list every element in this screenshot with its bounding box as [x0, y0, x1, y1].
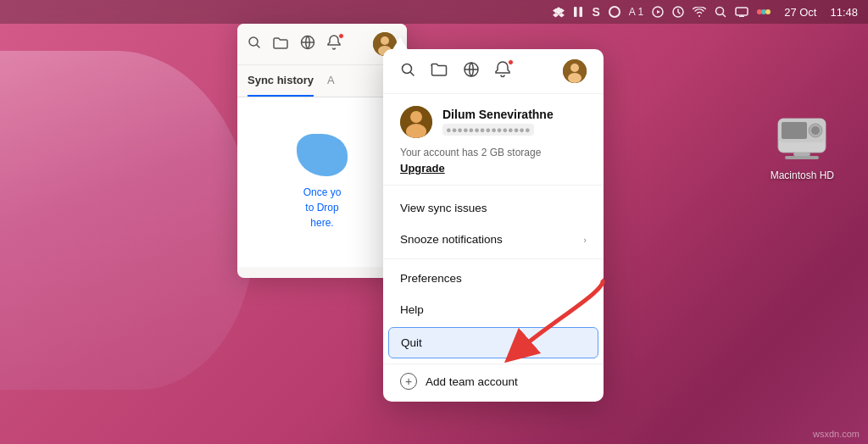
mac-hd[interactable]: Macintosh HD: [771, 110, 834, 181]
mac-hd-icon: [775, 110, 829, 164]
user-info: Dilum Senevirathne ●●●●●●●●●●●●●●●: [442, 108, 587, 136]
svg-point-2: [609, 7, 620, 17]
svg-rect-1: [580, 7, 583, 17]
user-name: Dilum Senevirathne: [442, 108, 587, 121]
dropdown-icon-bar: [383, 49, 604, 94]
dropdown-section-top: View sync issues Snooze notifications ›: [383, 186, 604, 258]
user-avatar: [400, 106, 432, 138]
dropbox-content: Once yo to Drop here.: [237, 97, 407, 267]
snooze-notifications-item[interactable]: Snooze notifications ›: [383, 224, 604, 255]
dropdown-globe-icon[interactable]: [463, 61, 480, 82]
folder-icon[interactable]: [273, 36, 288, 53]
dropbox-tabs: Sync history A: [237, 65, 407, 97]
dropdown-notification-dot: [508, 59, 514, 65]
svg-point-14: [381, 36, 389, 45]
globe-icon[interactable]: [300, 35, 315, 53]
svg-rect-7: [736, 8, 748, 15]
tab-activity[interactable]: A: [327, 65, 335, 97]
upgrade-link[interactable]: Upgrade: [383, 160, 604, 185]
bell-icon[interactable]: [327, 35, 341, 53]
svg-marker-4: [657, 10, 660, 14]
dropbox-toolbar: [237, 24, 407, 65]
dropdown-section-bottom: Preferences Help Quit: [383, 259, 604, 364]
notification-dot: [338, 33, 344, 39]
accessibility-menubar-icon[interactable]: A 1: [629, 6, 643, 18]
dropdown-bell-icon[interactable]: [495, 61, 510, 82]
tab-sync-history[interactable]: Sync history: [248, 65, 314, 97]
dropdown-user: Dilum Senevirathne ●●●●●●●●●●●●●●●: [383, 94, 604, 143]
search-icon[interactable]: [248, 36, 261, 53]
activity-menubar-icon[interactable]: [652, 6, 664, 18]
storage-text: Your account has 2 GB storage: [383, 143, 604, 160]
sublime-menubar-icon[interactable]: S: [592, 5, 599, 19]
menubar-icons: S A 1: [553, 5, 858, 19]
preferences-item[interactable]: Preferences: [383, 263, 604, 294]
add-team-account-item[interactable]: + Add team account: [383, 364, 604, 402]
menubar: S A 1: [0, 0, 868, 24]
add-circle-icon: +: [400, 373, 417, 390]
help-item[interactable]: Help: [383, 294, 604, 325]
blob-decoration: [297, 134, 348, 176]
dropdown-avatar-icon[interactable]: [563, 59, 587, 83]
dropdown-search-icon[interactable]: [400, 62, 415, 81]
search-menubar-icon[interactable]: [715, 6, 726, 18]
pause-menubar-icon[interactable]: [573, 6, 583, 18]
svg-point-16: [403, 64, 412, 73]
mac-hd-label: Macintosh HD: [771, 169, 834, 181]
quit-item[interactable]: Quit: [388, 327, 598, 358]
svg-rect-27: [782, 122, 807, 139]
svg-rect-31: [793, 153, 810, 156]
dropdown-folder-icon[interactable]: [431, 62, 448, 80]
screensharing-menubar-icon[interactable]: [735, 7, 748, 17]
clock-menubar-icon[interactable]: [672, 6, 684, 18]
desktop-decoration: [0, 51, 254, 390]
svg-point-30: [811, 126, 820, 135]
svg-point-19: [570, 64, 579, 72]
user-email: ●●●●●●●●●●●●●●●: [442, 124, 534, 136]
watermark: wsxdn.com: [813, 429, 860, 439]
desktop: S A 1: [0, 0, 868, 444]
menubar-date: 27 Oct: [784, 6, 816, 19]
dropdown-pointer: [392, 37, 409, 51]
chevron-right-icon: ›: [583, 235, 587, 245]
view-sync-issues-item[interactable]: View sync issues: [383, 192, 604, 224]
menubar-time: 11:48: [830, 6, 858, 19]
dropbox-menubar-icon[interactable]: [553, 6, 565, 18]
dropbox-window: Sync history A Once yo to Drop here.: [237, 24, 407, 278]
wifi-menubar-icon[interactable]: [693, 7, 706, 17]
svg-point-20: [568, 73, 581, 83]
svg-rect-0: [574, 7, 577, 17]
svg-point-10: [765, 9, 771, 14]
spotify-menubar-icon[interactable]: [609, 6, 620, 18]
colorpicker-menubar-icon[interactable]: [757, 6, 771, 18]
empty-state-text: Once yo to Drop here.: [303, 185, 342, 230]
svg-rect-32: [785, 156, 819, 159]
svg-point-22: [410, 111, 422, 123]
dropdown-menu: Dilum Senevirathne ●●●●●●●●●●●●●●● Your …: [383, 49, 604, 402]
